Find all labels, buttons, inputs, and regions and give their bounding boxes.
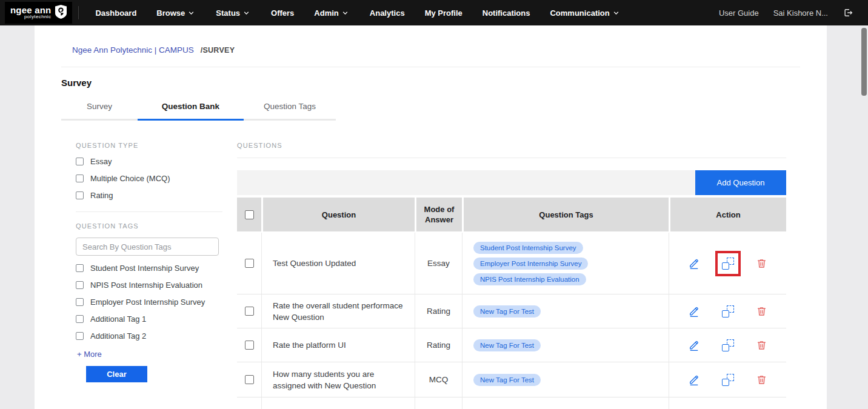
table-row: Which organization you are NewMCQNew Tag… (237, 397, 786, 409)
copy-icon-glyph (722, 258, 734, 270)
tab-question-tags[interactable]: Question Tags (244, 96, 336, 121)
mode-of-answer-cell: Rating (415, 294, 462, 328)
copy-front-square (722, 310, 729, 318)
row-select-cell (237, 397, 261, 409)
filter-tag-student-post-internship-survey[interactable]: Student Post Internship Survey (76, 264, 237, 273)
filter-tag-employer-post-internship-survey[interactable]: Employer Post Internship Survey (76, 298, 237, 307)
question-tags-cell: New Tag For Test (462, 362, 669, 397)
edit-icon[interactable] (687, 373, 701, 387)
edit-icon[interactable] (687, 305, 701, 318)
add-question-button[interactable]: Add Question (695, 170, 786, 195)
nav-item-my-profile[interactable]: My Profile (425, 8, 462, 18)
copy-icon[interactable] (721, 305, 735, 318)
nav-item-admin[interactable]: Admin (314, 8, 349, 18)
question-cell: Which organization you are New (261, 397, 415, 409)
edit-icon[interactable] (687, 339, 701, 352)
search-question-tags-input[interactable] (76, 238, 219, 256)
filter-tag-npis-post-internship-evaluation[interactable]: NPIS Post Internship Evaluation (76, 281, 237, 290)
row-select-cell (237, 328, 261, 362)
checkbox[interactable] (76, 315, 84, 323)
filter-type-essay[interactable]: Essay (76, 157, 237, 166)
questions-table: Question Mode of Answer Question Tags Ac… (237, 198, 786, 409)
action-cell (669, 397, 786, 409)
checkbox[interactable] (76, 191, 84, 199)
navbar-separator (78, 6, 79, 19)
filter-type-rating[interactable]: Rating (76, 191, 237, 200)
checkbox[interactable] (76, 158, 84, 165)
question-cell: How many students you are assigned with … (261, 362, 415, 397)
user-name[interactable]: Sai Kishore N... (773, 8, 828, 18)
checkbox-label: Additional Tag 2 (90, 331, 146, 341)
row-select-cell (237, 294, 261, 328)
copy-icon[interactable] (721, 339, 735, 352)
checkbox[interactable] (76, 175, 84, 182)
delete-icon[interactable] (755, 339, 769, 352)
row-checkbox[interactable] (245, 375, 254, 384)
checkbox[interactable] (76, 298, 84, 306)
copy-icon[interactable] (721, 373, 735, 387)
filter-tag-additional-tag-2[interactable]: Additional Tag 2 (76, 331, 237, 341)
nav-item-analytics[interactable]: Analytics (370, 8, 405, 18)
action-cell (669, 328, 786, 362)
question-tag-pill: New Tag For Test (473, 374, 541, 386)
brand-logo[interactable]: ngee ann polytechnic (5, 2, 72, 24)
question-tags-cell: New Tag For Test (462, 294, 669, 328)
checkbox[interactable] (76, 281, 84, 289)
navbar-menu: DashboardBrowseStatusOffersAdminAnalytic… (95, 8, 620, 18)
nav-item-notifications[interactable]: Notifications (482, 8, 530, 18)
row-checkbox[interactable] (245, 307, 254, 316)
filter-tag-additional-tag-1[interactable]: Additional Tag 1 (76, 314, 237, 324)
tab-survey[interactable]: Survey (61, 96, 138, 121)
page-title: Survey (61, 78, 800, 88)
delete-icon[interactable] (755, 373, 769, 387)
nav-item-label: Status (216, 8, 240, 18)
action-cell (669, 294, 786, 328)
delete-icon[interactable] (755, 305, 769, 318)
questions-label: QUESTIONS (237, 142, 800, 149)
row-checkbox[interactable] (245, 341, 254, 350)
checkbox[interactable] (76, 332, 84, 340)
nav-item-browse[interactable]: Browse (156, 8, 196, 18)
row-checkbox[interactable] (245, 259, 254, 268)
question-tags-label: QUESTION TAGS (76, 222, 237, 230)
filter-type-multiple-choice-mcq-[interactable]: Multiple Choice (MCQ) (76, 174, 237, 183)
user-guide-link[interactable]: User Guide (719, 8, 759, 18)
question-tags-cell: New Tag For Test (462, 328, 669, 362)
edit-icon[interactable] (687, 257, 701, 270)
delete-icon[interactable] (755, 257, 769, 270)
checkbox[interactable] (76, 264, 84, 272)
shield-emblem-icon (55, 5, 67, 21)
select-all-checkbox[interactable] (245, 210, 254, 219)
tab-bar: SurveyQuestion BankQuestion Tags (61, 96, 336, 121)
nav-item-dashboard[interactable]: Dashboard (95, 8, 136, 18)
action-cell (669, 362, 786, 397)
nav-item-communication[interactable]: Communication (550, 8, 620, 18)
checkbox-label: Student Post Internship Survey (90, 264, 199, 273)
nav-item-label: Notifications (482, 8, 530, 18)
logout-icon[interactable] (843, 7, 853, 18)
questions-section: QUESTIONS Add Question Question Mode of … (237, 142, 800, 409)
nav-item-label: Dashboard (95, 8, 136, 18)
column-header-question: Question (261, 198, 415, 231)
checkbox-label: Employer Post Internship Survey (90, 298, 205, 307)
tab-question-bank[interactable]: Question Bank (138, 96, 244, 121)
copy-icon[interactable] (721, 257, 735, 270)
more-link[interactable]: + More (77, 350, 102, 359)
table-toolbar: Add Question (237, 170, 786, 195)
row-select-cell (237, 233, 261, 294)
checkbox-label: Rating (90, 191, 113, 200)
nav-item-offers[interactable]: Offers (271, 8, 294, 18)
mode-of-answer-cell: MCQ (415, 362, 462, 397)
question-tag-pill: New Tag For Test (473, 339, 541, 351)
copy-icon-glyph (722, 374, 734, 386)
chevron-down-icon (612, 8, 621, 18)
nav-item-status[interactable]: Status (216, 8, 251, 18)
checkbox-label: Additional Tag 1 (90, 314, 146, 324)
breadcrumb-link[interactable]: Ngee Ann Polytechnic | CAMPUS (72, 45, 194, 55)
page-scrollbar-thumb[interactable] (861, 28, 867, 96)
copy-front-square (722, 344, 729, 351)
table-row: Rate the overall student performace New … (237, 294, 786, 328)
nav-item-label: Analytics (370, 8, 405, 18)
copy-icon-glyph (722, 339, 734, 351)
clear-button[interactable]: Clear (86, 366, 147, 382)
